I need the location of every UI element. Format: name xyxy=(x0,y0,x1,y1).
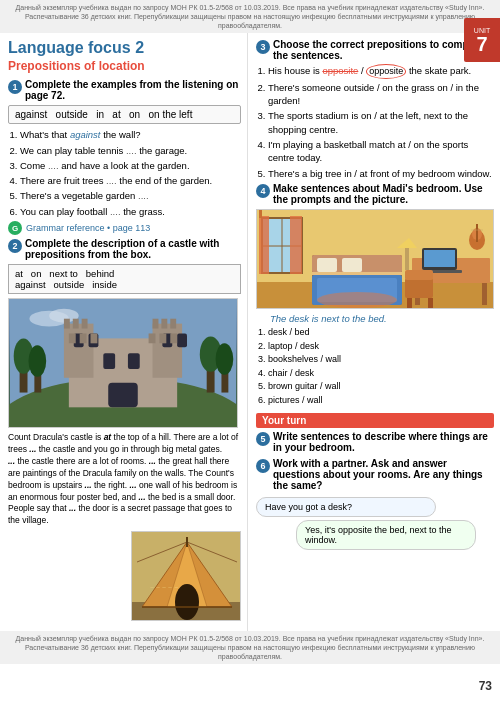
svg-rect-51 xyxy=(290,216,302,274)
task5-title: Write sentences to describe where things… xyxy=(273,431,494,453)
task1-title: Complete the examples from the listening… xyxy=(25,79,241,101)
word6: on the left xyxy=(148,109,192,120)
castle-caption: Count Dracula's castle is at the top of … xyxy=(8,432,241,527)
your-turn-box: Your turn xyxy=(256,413,494,428)
unit-badge: UNIT 7 xyxy=(464,18,500,62)
task5-number: 5 xyxy=(256,432,270,446)
task2-number: 2 xyxy=(8,239,22,253)
svg-rect-29 xyxy=(80,334,87,344)
svg-point-11 xyxy=(216,343,234,375)
task1-item5: There's a vegetable garden .... xyxy=(20,189,241,202)
task3-row: 3 Choose the correct prepositions to com… xyxy=(256,39,494,61)
task1-item2: We can play table tennis .... the garage… xyxy=(20,144,241,157)
castle-image xyxy=(8,298,238,428)
speech-bubbles: Have you got a desk? Yes, it's opposite … xyxy=(256,497,494,550)
task4-number: 4 xyxy=(256,184,270,198)
task4-title: Make sentences about Madi's bedroom. Use… xyxy=(273,183,494,205)
task1-item4: There are fruit trees .... the end of th… xyxy=(20,174,241,187)
task4-item3: bookshelves / wall xyxy=(268,353,494,366)
svg-rect-17 xyxy=(82,319,88,329)
svg-rect-33 xyxy=(170,334,177,344)
svg-rect-27 xyxy=(108,383,138,408)
svg-rect-66 xyxy=(405,270,433,280)
t2w7: inside xyxy=(92,279,117,290)
svg-rect-56 xyxy=(312,272,402,275)
task4-item6: pictures / wall xyxy=(268,394,494,407)
svg-point-38 xyxy=(175,584,199,620)
word3: in xyxy=(96,109,104,120)
svg-rect-54 xyxy=(317,258,337,272)
unit-number: 7 xyxy=(476,34,487,54)
right-column: 3 Choose the correct prepositions to com… xyxy=(248,33,500,631)
task1-wordbox: against outside in at on on the left xyxy=(8,105,241,124)
svg-rect-15 xyxy=(64,319,70,329)
task3-list: His house is opposite / opposite the ska… xyxy=(268,64,494,180)
task4-item5: brown guitar / wall xyxy=(268,380,494,393)
t2w2: on xyxy=(31,268,42,279)
speech-bubble-2: Yes, it's opposite the bed, next to the … xyxy=(296,520,476,550)
word2: outside xyxy=(56,109,88,120)
svg-rect-75 xyxy=(405,248,409,270)
grammar-ref-text: Grammar reference • page 113 xyxy=(26,223,150,233)
svg-rect-65 xyxy=(405,278,433,298)
svg-rect-50 xyxy=(259,216,269,274)
svg-rect-13 xyxy=(64,324,94,378)
grammar-ref: G Grammar reference • page 113 xyxy=(8,221,241,235)
t2w4: behind xyxy=(86,268,115,279)
svg-rect-68 xyxy=(428,298,433,308)
svg-rect-71 xyxy=(476,224,478,242)
task3-item4: I'm playing a basketball match at / on t… xyxy=(268,138,494,165)
svg-rect-18 xyxy=(153,319,159,329)
tent-image-wrapper: ~ ~ ~ ~ ~ xyxy=(8,531,241,625)
task4-example: The desk is next to the bed. xyxy=(270,313,494,324)
task1-item6: You can play football .... the grass. xyxy=(20,205,241,218)
svg-rect-25 xyxy=(103,353,115,369)
task3-item2: There's someone outside / on the grass o… xyxy=(268,81,494,108)
svg-rect-16 xyxy=(73,319,79,329)
task3-item5: There's a big tree in / at front of my b… xyxy=(268,167,494,180)
task1-item3: Come .... and have a look at the garden. xyxy=(20,159,241,172)
svg-point-7 xyxy=(28,345,46,377)
svg-rect-30 xyxy=(91,334,98,344)
svg-rect-32 xyxy=(159,334,166,344)
word1: against xyxy=(15,109,47,120)
task2-row: 2 Complete the description of a castle w… xyxy=(8,238,241,260)
word5: on xyxy=(129,109,140,120)
svg-rect-24 xyxy=(177,334,187,348)
tent-image: ~ ~ ~ ~ ~ xyxy=(131,531,241,621)
t2w3: next to xyxy=(49,268,78,279)
answer-1: against xyxy=(70,129,101,140)
svg-rect-26 xyxy=(128,353,140,369)
task4-item1: desk / bed xyxy=(268,326,494,339)
svg-point-74 xyxy=(317,292,397,308)
svg-rect-19 xyxy=(161,319,167,329)
svg-rect-14 xyxy=(153,324,183,378)
svg-rect-55 xyxy=(342,258,362,272)
task1-list: What's that against the wall? We can pla… xyxy=(20,128,241,218)
watermark-top: Данный экземпляр учебника выдан по запро… xyxy=(0,0,500,33)
task4-item4: chair / desk xyxy=(268,367,494,380)
svg-rect-63 xyxy=(424,250,455,267)
page-number: 73 xyxy=(479,679,492,693)
task4-row: 4 Make sentences about Madi's bedroom. U… xyxy=(256,183,494,205)
word4: at xyxy=(112,109,120,120)
task3-title: Choose the correct prepositions to compl… xyxy=(273,39,494,61)
task2-wordbox: at on next to behind against outside ins… xyxy=(8,264,241,294)
task3-item3: The sports stadium is on / at the left, … xyxy=(268,109,494,136)
svg-text:~ ~ ~ ~ ~: ~ ~ ~ ~ ~ xyxy=(150,584,178,591)
speech-bubble-1: Have you got a desk? xyxy=(256,497,436,517)
task6-row: 6 Work with a partner. Ask and answer qu… xyxy=(256,458,494,491)
section-title: Language focus 2 xyxy=(8,39,241,57)
t2w6: outside xyxy=(54,279,85,290)
svg-rect-31 xyxy=(149,334,156,344)
grammar-ref-icon: G xyxy=(8,221,22,235)
svg-rect-20 xyxy=(170,319,176,329)
t2w1: at xyxy=(15,268,23,279)
task1-number: 1 xyxy=(8,80,22,94)
bedroom-image xyxy=(256,209,494,309)
svg-rect-73 xyxy=(259,210,262,218)
left-column: Language focus 2 Prepositions of locatio… xyxy=(0,33,248,631)
task3-item1: His house is opposite / opposite the ska… xyxy=(268,64,494,79)
svg-rect-28 xyxy=(69,334,76,344)
watermark-bottom: Данный экземпляр учебника выдан по запро… xyxy=(0,631,500,664)
